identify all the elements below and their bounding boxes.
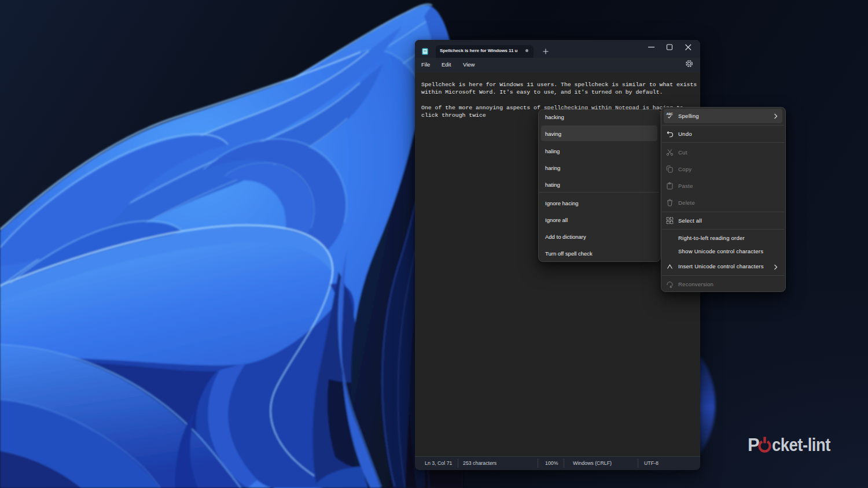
- svg-text:P: P: [748, 435, 759, 455]
- svg-text:cket-lint: cket-lint: [772, 435, 830, 455]
- svg-text:ABC: ABC: [667, 112, 673, 116]
